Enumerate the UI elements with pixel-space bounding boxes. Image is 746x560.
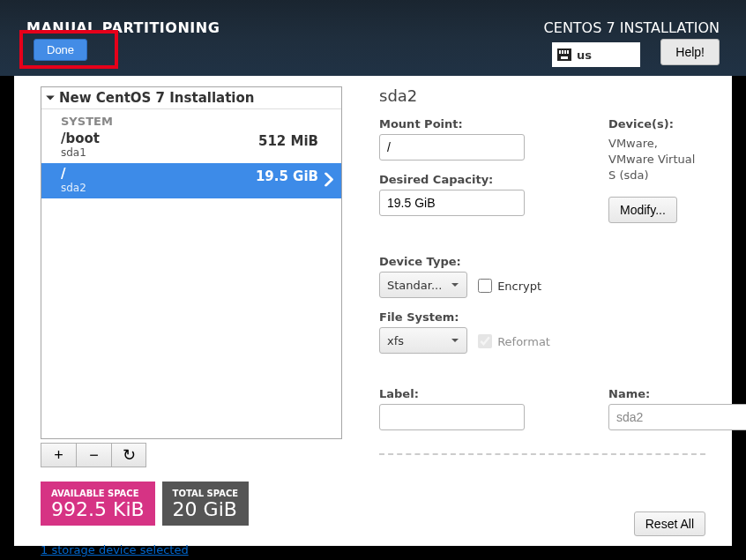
add-partition-button[interactable]: + bbox=[41, 443, 76, 467]
name-field-label: Name: bbox=[608, 387, 746, 400]
device-type-select[interactable]: Standar... bbox=[379, 272, 467, 298]
available-space-value: 992.5 KiB bbox=[51, 498, 145, 520]
chevron-right-icon bbox=[324, 172, 334, 190]
partition-toolbar: + − ↻ bbox=[41, 443, 342, 467]
chevron-down-icon bbox=[451, 280, 459, 289]
partition-size: 512 MiB bbox=[258, 133, 318, 149]
install-title: CENTOS 7 INSTALLATION bbox=[544, 19, 720, 36]
label-input[interactable] bbox=[379, 404, 525, 430]
reload-partitions-button[interactable]: ↻ bbox=[111, 443, 146, 467]
available-space-label: AVAILABLE SPACE bbox=[51, 489, 145, 498]
chevron-down-icon bbox=[45, 93, 56, 103]
encrypt-checkbox[interactable] bbox=[478, 279, 492, 293]
tree-title: New CentOS 7 Installation bbox=[59, 90, 254, 106]
available-space-box: AVAILABLE SPACE 992.5 KiB bbox=[41, 482, 155, 526]
reformat-label-text: Reformat bbox=[497, 335, 550, 348]
device-type-value: Standar... bbox=[387, 279, 442, 292]
keyboard-icon bbox=[557, 49, 571, 61]
chevron-down-icon bbox=[451, 336, 459, 345]
tree-expand-header[interactable]: New CentOS 7 Installation bbox=[41, 87, 341, 109]
desired-capacity-input[interactable] bbox=[379, 190, 525, 216]
top-bar: MANUAL PARTITIONING CENTOS 7 INSTALLATIO… bbox=[0, 0, 746, 76]
encrypt-checkbox-label[interactable]: Encrypt bbox=[478, 279, 541, 293]
main-panel: New CentOS 7 Installation SYSTEM /boot s… bbox=[14, 76, 732, 546]
partition-row-root[interactable]: / sda2 19.5 GiB bbox=[41, 163, 341, 198]
total-space-label: TOTAL SPACE bbox=[173, 489, 238, 498]
devices-label: Device(s): bbox=[608, 117, 705, 131]
help-button[interactable]: Help! bbox=[660, 39, 720, 65]
filesystem-select[interactable]: xfs bbox=[379, 327, 467, 354]
mount-point-label: Mount Point: bbox=[379, 117, 556, 131]
remove-partition-button[interactable]: − bbox=[76, 443, 111, 467]
devices-list: VMware, VMware Virtual S (sda) bbox=[608, 136, 705, 184]
filesystem-value: xfs bbox=[387, 334, 404, 347]
space-row: AVAILABLE SPACE 992.5 KiB TOTAL SPACE 20… bbox=[41, 482, 342, 526]
reformat-checkbox bbox=[478, 334, 492, 348]
filesystem-label: File System: bbox=[379, 310, 705, 324]
done-button[interactable]: Done bbox=[34, 39, 87, 61]
divider bbox=[379, 453, 705, 455]
selected-partition-title: sda2 bbox=[379, 86, 705, 105]
mount-point-input[interactable] bbox=[379, 134, 525, 161]
encrypt-label-text: Encrypt bbox=[497, 280, 541, 293]
partition-details-panel: sda2 Mount Point: Desired Capacity: Devi… bbox=[379, 86, 705, 462]
total-space-box: TOTAL SPACE 20 GiB bbox=[162, 482, 249, 526]
reset-all-button[interactable]: Reset All bbox=[634, 511, 705, 536]
device-type-label: Device Type: bbox=[379, 255, 705, 268]
reformat-checkbox-label: Reformat bbox=[478, 334, 550, 348]
modify-devices-button[interactable]: Modify... bbox=[608, 197, 677, 223]
keyboard-layout-selector[interactable]: us bbox=[552, 42, 640, 67]
partition-tree: New CentOS 7 Installation SYSTEM /boot s… bbox=[41, 86, 342, 439]
partition-size: 19.5 GiB bbox=[256, 168, 318, 184]
storage-devices-link[interactable]: 1 storage device selected bbox=[41, 543, 189, 556]
name-input bbox=[608, 404, 746, 430]
total-space-value: 20 GiB bbox=[173, 498, 238, 520]
system-section-label: SYSTEM bbox=[41, 109, 341, 128]
partition-tree-panel: New CentOS 7 Installation SYSTEM /boot s… bbox=[41, 86, 342, 556]
partition-row-boot[interactable]: /boot sda1 512 MiB bbox=[41, 128, 341, 163]
desired-capacity-label: Desired Capacity: bbox=[379, 173, 556, 186]
keyboard-layout-value: us bbox=[577, 49, 592, 62]
label-field-label: Label: bbox=[379, 387, 556, 400]
